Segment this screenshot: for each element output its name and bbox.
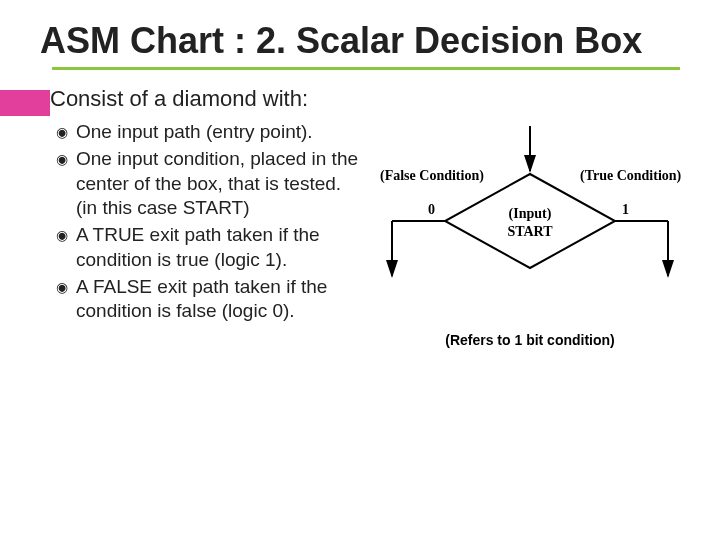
diamond-input-label: (Input)	[509, 206, 552, 222]
slide-title: ASM Chart : 2. Scalar Decision Box	[40, 20, 680, 61]
list-item: ◉ A TRUE exit path taken if the conditio…	[56, 223, 360, 272]
false-condition-label: (False Condition)	[380, 168, 484, 184]
main-bullet-text: Consist of a diamond with:	[50, 86, 308, 112]
list-item: ◉ One input path (entry point).	[56, 120, 360, 145]
list-item: ◉ One input condition, placed in the cen…	[56, 147, 360, 221]
list-item-text: A FALSE exit path taken if the condition…	[76, 275, 360, 324]
text-column: Consist of a diamond with: ◉ One input p…	[30, 86, 360, 348]
body: Consist of a diamond with: ◉ One input p…	[0, 70, 720, 348]
list-item-text: A TRUE exit path taken if the condition …	[76, 223, 360, 272]
list-item-text: One input condition, placed in the cente…	[76, 147, 360, 221]
diamond-diagram-svg: (False Condition) (True Condition) 0 1 (…	[370, 116, 690, 286]
diamond-start-label: START	[507, 224, 553, 239]
one-label: 1	[622, 202, 629, 217]
title-area: ASM Chart : 2. Scalar Decision Box	[0, 0, 720, 61]
zero-label: 0	[428, 202, 435, 217]
list-item: ◉ A FALSE exit path taken if the conditi…	[56, 275, 360, 324]
bullet-icon: ◉	[56, 223, 68, 247]
bullet-icon: ◉	[56, 275, 68, 299]
sub-list: ◉ One input path (entry point). ◉ One in…	[30, 120, 360, 324]
figure-caption: (Refers to 1 bit condition)	[370, 332, 690, 348]
bullet-icon: ◉	[56, 147, 68, 171]
slide: ASM Chart : 2. Scalar Decision Box Consi…	[0, 0, 720, 540]
main-bullet: Consist of a diamond with:	[30, 86, 360, 112]
accent-block	[0, 90, 50, 116]
true-condition-label: (True Condition)	[580, 168, 682, 184]
decision-box-figure: (False Condition) (True Condition) 0 1 (…	[370, 116, 690, 348]
bullet-icon: ◉	[56, 120, 68, 144]
figure-column: (False Condition) (True Condition) 0 1 (…	[370, 86, 690, 348]
svg-marker-1	[445, 174, 615, 268]
list-item-text: One input path (entry point).	[76, 120, 313, 145]
